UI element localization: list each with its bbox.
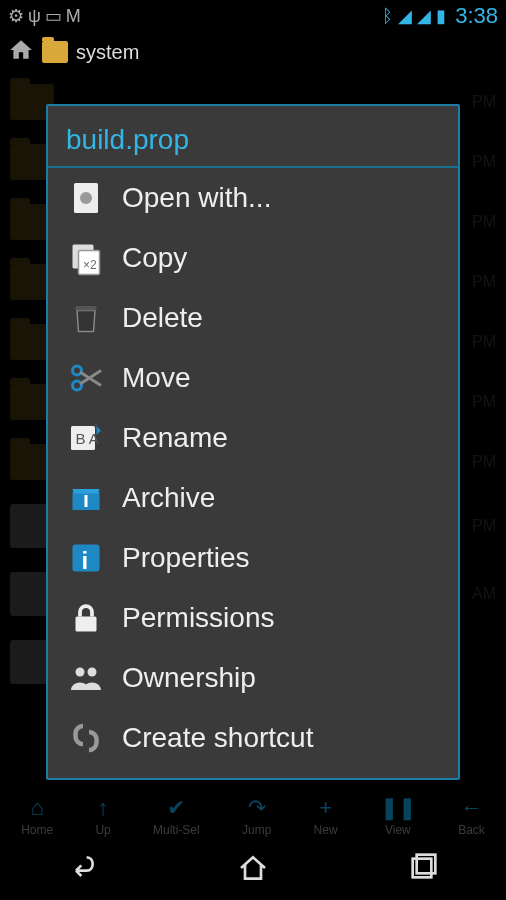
- view-icon: ❚❚: [380, 795, 416, 821]
- tool-label: View: [385, 823, 411, 837]
- signal-icon: ◢: [417, 5, 431, 27]
- svg-point-1: [80, 192, 92, 204]
- svg-point-15: [88, 668, 97, 677]
- tool-home[interactable]: ⌂Home: [21, 795, 53, 837]
- svg-text:i: i: [82, 547, 89, 574]
- svg-point-14: [76, 668, 85, 677]
- menu-label: Open with...: [122, 182, 271, 214]
- menu-archive[interactable]: Archive: [48, 468, 458, 528]
- nav-home-icon[interactable]: [237, 852, 269, 891]
- nav-back-icon[interactable]: [68, 852, 100, 891]
- context-menu-dialog: build.prop Open with... ×2 Copy Delete M…: [46, 104, 460, 780]
- message-icon: ▭: [45, 5, 62, 27]
- svg-rect-13: [76, 617, 97, 632]
- dialog-title: build.prop: [48, 120, 458, 168]
- back-arrow-icon: ←: [460, 795, 482, 821]
- menu-label: Delete: [122, 302, 203, 334]
- plus-icon: +: [319, 795, 332, 821]
- info-icon: i: [66, 538, 106, 578]
- usb-icon: ψ: [28, 6, 41, 27]
- svg-text:B A: B A: [76, 430, 99, 447]
- wifi-icon: ◢: [398, 5, 412, 27]
- tool-multisel[interactable]: ✔Multi-Sel: [153, 795, 200, 837]
- check-icon: ✔: [167, 795, 185, 821]
- copy-icon: ×2: [66, 238, 106, 278]
- lock-icon: [66, 598, 106, 638]
- android-nav-bar: [0, 842, 506, 900]
- tool-back[interactable]: ←Back: [458, 795, 485, 837]
- tool-label: Home: [21, 823, 53, 837]
- nav-recents-icon[interactable]: [406, 852, 438, 891]
- home-icon[interactable]: [8, 37, 34, 67]
- menu-delete[interactable]: Delete: [48, 288, 458, 348]
- trash-icon: [66, 298, 106, 338]
- menu-move[interactable]: Move: [48, 348, 458, 408]
- tool-label: Up: [95, 823, 110, 837]
- menu-open-with[interactable]: Open with...: [48, 168, 458, 228]
- tool-jump[interactable]: ↷Jump: [242, 795, 271, 837]
- menu-label: Ownership: [122, 662, 256, 694]
- svg-rect-10: [85, 495, 88, 507]
- app-header: system: [0, 32, 506, 72]
- svg-rect-5: [76, 306, 97, 311]
- menu-ownership[interactable]: Ownership: [48, 648, 458, 708]
- up-arrow-icon: ↑: [98, 795, 109, 821]
- menu-label: Rename: [122, 422, 228, 454]
- users-icon: [66, 658, 106, 698]
- folder-icon: [42, 41, 68, 63]
- tool-view[interactable]: ❚❚View: [380, 795, 416, 837]
- menu-copy[interactable]: ×2 Copy: [48, 228, 458, 288]
- svg-text:×2: ×2: [83, 258, 97, 272]
- bluetooth-icon: ᛒ: [382, 6, 393, 27]
- tool-label: New: [314, 823, 338, 837]
- menu-properties[interactable]: i Properties: [48, 528, 458, 588]
- shortcut-icon: [66, 718, 106, 758]
- scissors-icon: [66, 358, 106, 398]
- menu-label: Archive: [122, 482, 215, 514]
- breadcrumb-path[interactable]: system: [76, 41, 139, 64]
- menu-label: Permissions: [122, 602, 274, 634]
- menu-permissions[interactable]: Permissions: [48, 588, 458, 648]
- menu-label: Copy: [122, 242, 187, 274]
- tool-new[interactable]: +New: [314, 795, 338, 837]
- tool-label: Back: [458, 823, 485, 837]
- rename-icon: B A: [66, 418, 106, 458]
- status-bar: ⚙ ψ ▭ M ᛒ ◢ ◢ ▮ 3:38: [0, 0, 506, 32]
- tool-label: Multi-Sel: [153, 823, 200, 837]
- mail-icon: M: [66, 6, 81, 27]
- tool-up[interactable]: ↑Up: [95, 795, 110, 837]
- bottom-toolbar: ⌂Home ↑Up ✔Multi-Sel ↷Jump +New ❚❚View ←…: [0, 790, 506, 842]
- menu-shortcut[interactable]: Create shortcut: [48, 708, 458, 768]
- archive-icon: [66, 478, 106, 518]
- home-icon: ⌂: [30, 795, 43, 821]
- open-icon: [66, 178, 106, 218]
- status-time: 3:38: [455, 3, 498, 29]
- battery-icon: ▮: [436, 5, 446, 27]
- tool-label: Jump: [242, 823, 271, 837]
- menu-label: Move: [122, 362, 190, 394]
- jump-icon: ↷: [248, 795, 266, 821]
- menu-label: Create shortcut: [122, 722, 313, 754]
- menu-rename[interactable]: B A Rename: [48, 408, 458, 468]
- debug-icon: ⚙: [8, 5, 24, 27]
- menu-label: Properties: [122, 542, 250, 574]
